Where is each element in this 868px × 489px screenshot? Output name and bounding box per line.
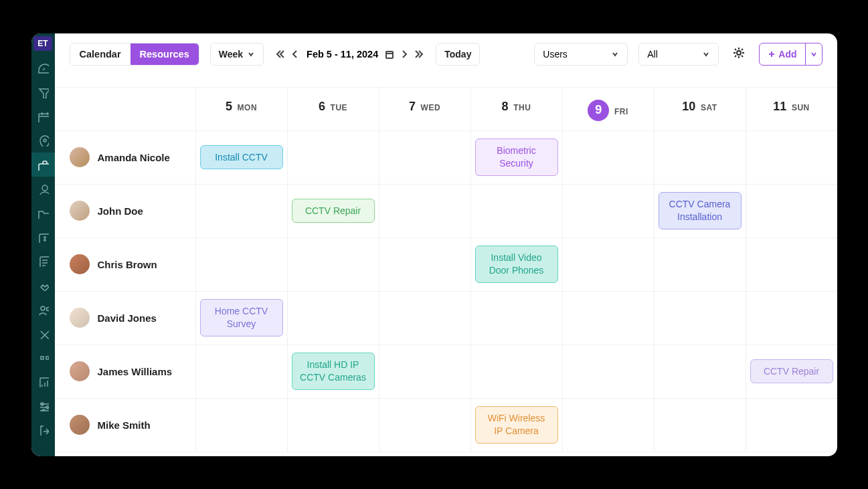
- nav-logout[interactable]: [31, 417, 55, 442]
- resource-cell[interactable]: Chris Brown: [55, 238, 195, 291]
- date-picker-button[interactable]: [383, 48, 396, 60]
- nav-funnel[interactable]: [31, 80, 55, 104]
- day-header[interactable]: 7 WED: [379, 88, 470, 130]
- grid-cell[interactable]: [470, 292, 562, 345]
- next-fast-button[interactable]: [413, 48, 425, 60]
- resource-cell[interactable]: David Jones: [55, 292, 195, 345]
- today-button[interactable]: Today: [436, 43, 480, 66]
- grid-cell[interactable]: [562, 238, 654, 291]
- day-header[interactable]: 8 THU: [470, 88, 562, 130]
- nav-map[interactable]: [31, 128, 55, 153]
- grid-cell[interactable]: [562, 399, 654, 452]
- nav-contacts[interactable]: [31, 177, 55, 201]
- grid-cell[interactable]: [470, 345, 562, 398]
- next-button[interactable]: [398, 48, 410, 60]
- resource-type-select[interactable]: Users: [534, 43, 628, 66]
- event-card[interactable]: CCTV Repair: [750, 359, 833, 384]
- header-spacer: [55, 88, 195, 130]
- grid-cell[interactable]: Install CCTV: [195, 131, 287, 184]
- event-card[interactable]: Install CCTV: [200, 145, 283, 170]
- grid-cell[interactable]: [379, 238, 470, 291]
- add-button[interactable]: Add: [760, 43, 804, 65]
- grid-cell[interactable]: WiFi Wireless IP Camera: [470, 399, 562, 452]
- day-number: 9: [588, 100, 609, 121]
- grid-cell[interactable]: Install Video Door Phones: [470, 238, 562, 291]
- grid-cell[interactable]: [746, 292, 837, 345]
- grid-cell[interactable]: [379, 131, 470, 184]
- event-card[interactable]: Home CCTV Survey: [200, 299, 283, 336]
- resource-cell[interactable]: John Doe: [55, 185, 195, 237]
- nav-calendar[interactable]: [31, 104, 55, 128]
- grid-cell[interactable]: [379, 399, 470, 452]
- grid-cell[interactable]: [654, 292, 746, 345]
- grid-cell[interactable]: Install HD IP CCTV Cameras: [287, 345, 379, 398]
- grid-cell[interactable]: [195, 345, 287, 398]
- nav-docs[interactable]: [31, 249, 55, 273]
- grid-cell[interactable]: CCTV Repair: [287, 185, 379, 237]
- event-card[interactable]: Install HD IP CCTV Cameras: [292, 353, 375, 390]
- grid-cell[interactable]: Biometric Security: [470, 131, 562, 184]
- settings-button[interactable]: [729, 43, 748, 65]
- grid-cell[interactable]: [287, 238, 379, 291]
- grid-cell[interactable]: [379, 345, 470, 398]
- grid-cell[interactable]: CCTV Camera Installation: [654, 185, 746, 237]
- tab-resources[interactable]: Resources: [131, 43, 199, 65]
- day-header[interactable]: 5 MON: [195, 88, 287, 130]
- grid-cell[interactable]: [562, 131, 654, 184]
- day-header[interactable]: 6 TUE: [287, 88, 379, 130]
- resource-grid: 5 MON6 TUE7 WED8 THU9 FRI10 SAT11 SUN Am…: [55, 87, 837, 456]
- nav-jobs[interactable]: [31, 153, 55, 177]
- grid-cell[interactable]: [746, 399, 837, 452]
- filter-select[interactable]: All: [638, 43, 719, 66]
- grid-cell[interactable]: [287, 292, 379, 345]
- day-header[interactable]: 11 SUN: [746, 88, 837, 130]
- grid-cell[interactable]: [195, 185, 287, 237]
- grid-cell[interactable]: [562, 185, 654, 237]
- grid-cell[interactable]: CCTV Repair: [746, 345, 837, 398]
- resource-cell[interactable]: Amanda Nicole: [55, 131, 195, 184]
- event-card[interactable]: CCTV Camera Installation: [659, 192, 742, 229]
- grid-cell[interactable]: [746, 131, 837, 184]
- grid-cell[interactable]: [470, 185, 562, 237]
- avatar: [70, 147, 90, 167]
- day-number: 10: [682, 100, 695, 113]
- grid-cell[interactable]: [562, 292, 654, 345]
- grid-cell[interactable]: [287, 399, 379, 452]
- grid-cell[interactable]: Home CCTV Survey: [195, 292, 287, 345]
- grid-cell[interactable]: [654, 131, 746, 184]
- grid-cell[interactable]: [654, 399, 746, 452]
- grid-cell[interactable]: [195, 238, 287, 291]
- grid-cell[interactable]: [287, 131, 379, 184]
- grid-cell[interactable]: [562, 345, 654, 398]
- prev-fast-button[interactable]: [274, 48, 286, 60]
- nav-settings[interactable]: [31, 393, 55, 417]
- grid-cell[interactable]: [379, 292, 470, 345]
- event-card[interactable]: Install Video Door Phones: [475, 246, 558, 283]
- view-period-select[interactable]: Week: [210, 43, 264, 66]
- grid-cell[interactable]: [746, 185, 837, 237]
- nav-reports[interactable]: [31, 369, 55, 393]
- nav-handshake[interactable]: [31, 273, 55, 297]
- event-card[interactable]: WiFi Wireless IP Camera: [475, 406, 558, 444]
- nav-team[interactable]: [31, 297, 55, 321]
- resource-cell[interactable]: Mike Smith: [55, 399, 195, 452]
- nav-dashboard[interactable]: [31, 56, 55, 80]
- prev-button[interactable]: [289, 48, 301, 60]
- nav-folder[interactable]: [31, 201, 55, 225]
- grid-cell[interactable]: [195, 399, 287, 452]
- nav-billing[interactable]: [31, 225, 55, 249]
- event-card[interactable]: CCTV Repair: [292, 199, 375, 223]
- grid-cell[interactable]: [654, 345, 746, 398]
- nav-quotes[interactable]: [31, 345, 55, 369]
- tab-calendar[interactable]: Calendar: [70, 43, 131, 65]
- event-card[interactable]: Biometric Security: [475, 138, 558, 176]
- grid-cell[interactable]: [379, 185, 470, 237]
- grid-cell[interactable]: [654, 238, 746, 291]
- grid-cell[interactable]: [746, 238, 837, 291]
- nav-tools[interactable]: [31, 321, 55, 345]
- add-dropdown-button[interactable]: [805, 43, 822, 65]
- day-header[interactable]: 9 FRI: [562, 88, 654, 130]
- day-header[interactable]: 10 SAT: [654, 88, 746, 130]
- avatar: [70, 201, 90, 221]
- resource-cell[interactable]: James Williams: [55, 345, 195, 398]
